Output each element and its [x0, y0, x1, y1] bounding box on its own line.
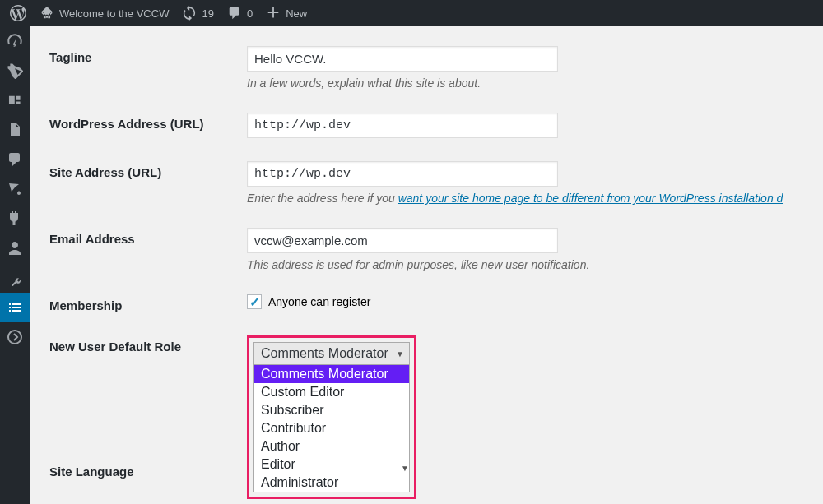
sidebar-item-posts[interactable] [0, 56, 30, 86]
updates-link[interactable]: 19 [175, 0, 220, 26]
site-address-description: Enter the address here if you want your … [247, 192, 803, 205]
row-tagline: Tagline In a few words, explain what thi… [49, 35, 803, 101]
row-email: Email Address This address is used for a… [49, 216, 803, 283]
comments-link[interactable]: 0 [221, 0, 259, 26]
sidebar-item-dashboard[interactable] [0, 26, 30, 56]
label-tagline: Tagline [49, 46, 247, 64]
role-option-subscriber[interactable]: Subscriber [254, 401, 409, 419]
role-option-editor[interactable]: Editor [254, 455, 409, 474]
label-default-role: New User Default Role [49, 335, 247, 354]
sidebar-item-users[interactable] [0, 234, 30, 263]
site-name-link[interactable]: Welcome to the VCCW [33, 0, 175, 26]
sidebar-item-comments[interactable] [0, 145, 30, 174]
membership-checkbox-label: Anyone can register [268, 295, 371, 308]
sidebar-item-plugins[interactable] [0, 204, 30, 234]
default-role-select[interactable]: Comments Moderator ▼ [253, 342, 410, 365]
sidebar-item-appearance[interactable] [0, 174, 30, 204]
site-address-input[interactable] [247, 161, 558, 187]
svg-point-0 [8, 331, 21, 344]
sidebar-item-tools[interactable] [0, 263, 30, 293]
settings-form: Tagline In a few words, explain what thi… [30, 26, 823, 504]
email-description: This address is used for admin purposes,… [247, 258, 803, 271]
label-site-address: Site Address (URL) [49, 161, 247, 179]
row-site-address: Site Address (URL) Enter the address her… [49, 150, 803, 216]
email-input[interactable] [247, 228, 558, 253]
row-membership: Membership ✓ Anyone can register [49, 283, 803, 324]
wp-logo[interactable] [3, 0, 33, 26]
label-site-language: Site Language [49, 460, 247, 479]
new-label: New [286, 7, 307, 20]
caret-down-icon: ▼ [401, 464, 409, 473]
sidebar-item-media[interactable] [0, 86, 30, 115]
caret-down-icon: ▼ [396, 349, 404, 358]
role-option-comments-moderator[interactable]: Comments Moderator [254, 365, 409, 383]
default-role-highlight: Comments Moderator ▼ Comments Moderator … [247, 335, 416, 499]
membership-checkbox[interactable]: ✓ [247, 294, 262, 309]
role-option-custom-editor[interactable]: Custom Editor [254, 383, 409, 401]
tagline-description: In a few words, explain what this site i… [247, 76, 803, 90]
comments-count: 0 [247, 7, 253, 20]
label-wp-address: WordPress Address (URL) [49, 113, 247, 131]
row-wp-address: WordPress Address (URL) [49, 101, 803, 150]
wp-address-input[interactable] [247, 113, 558, 138]
role-option-author[interactable]: Author [254, 437, 409, 455]
sidebar-item-collapse[interactable] [0, 322, 30, 352]
label-email: Email Address [49, 228, 247, 246]
role-option-administrator[interactable]: Administrator [254, 474, 409, 492]
default-role-dropdown: Comments Moderator Custom Editor Subscri… [253, 365, 410, 492]
admin-sidebar [0, 26, 30, 504]
label-membership: Membership [49, 294, 247, 312]
updates-count: 19 [202, 7, 213, 20]
sidebar-item-settings[interactable] [0, 293, 30, 322]
site-address-help-link[interactable]: want your site home page to be different… [398, 192, 783, 205]
site-title-text: Welcome to the VCCW [59, 7, 169, 20]
tagline-input[interactable] [247, 46, 558, 72]
admin-bar: Welcome to the VCCW 19 0 New [0, 0, 823, 26]
new-content-link[interactable]: New [259, 0, 314, 26]
role-option-contributor[interactable]: Contributor [254, 419, 409, 437]
sidebar-item-pages[interactable] [0, 115, 30, 145]
